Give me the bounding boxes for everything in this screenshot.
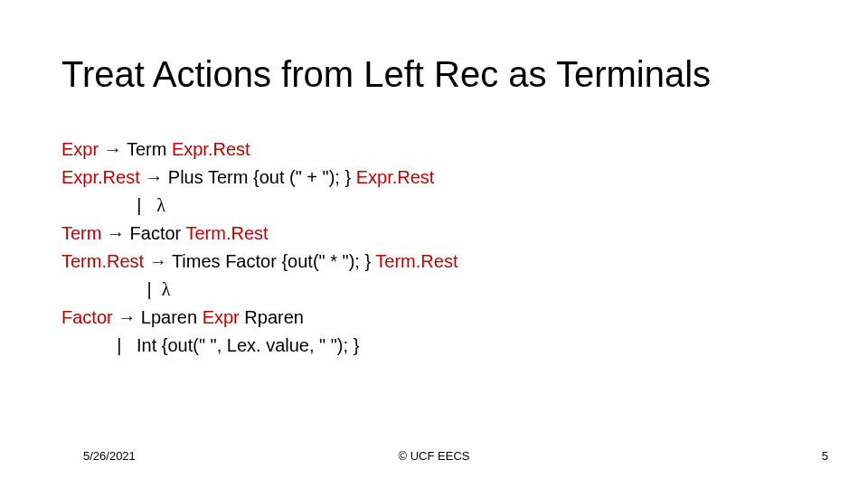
grammar-line-6: | λ (61, 276, 458, 304)
terminal: Int (137, 335, 156, 355)
nonterminal: Term (61, 223, 101, 243)
indent (61, 195, 137, 215)
terminal: Term (208, 167, 248, 187)
terminal: Factor (130, 223, 182, 243)
slide-title: Treat Actions from Left Rec as Terminals (61, 54, 711, 95)
indent (61, 279, 146, 299)
gap (121, 335, 137, 355)
arrow-icon: → (145, 167, 163, 187)
footer-page-number: 5 (822, 449, 828, 463)
grammar-line-7: Factor → Lparen Expr Rparen (61, 304, 458, 332)
terminal: Lparen (141, 307, 197, 327)
nonterminal: Expr.Rest (172, 139, 250, 159)
nonterminal: Expr (61, 139, 99, 159)
terminal: Times (172, 251, 221, 271)
footer-copyright: © UCF EECS (0, 449, 868, 463)
semantic-action: {out(" ", Lex. value, " "); } (162, 335, 360, 355)
semantic-action: {out (" + "); } (253, 167, 351, 187)
nonterminal: Expr.Rest (356, 167, 435, 187)
gap (152, 279, 162, 299)
arrow-icon: → (104, 139, 122, 159)
terminal: Factor (225, 251, 277, 271)
lambda-icon: λ (162, 279, 171, 299)
nonterminal: Term.Rest (185, 223, 268, 243)
arrow-icon: → (118, 307, 136, 327)
arrow-icon: → (107, 223, 125, 243)
lambda-icon: λ (156, 195, 165, 215)
nonterminal: Term.Rest (375, 251, 458, 271)
nonterminal: Expr (203, 307, 240, 327)
nonterminal: Expr.Rest (61, 167, 140, 187)
grammar-line-8: | Int {out(" ", Lex. value, " "); } (61, 332, 458, 360)
semantic-action: {out(" * "); } (281, 251, 371, 271)
indent (61, 335, 117, 355)
slide: Treat Actions from Left Rec as Terminals… (0, 0, 868, 488)
arrow-icon: → (149, 251, 167, 271)
nonterminal: Factor (61, 307, 113, 327)
grammar-line-2: Expr.Rest → Plus Term {out (" + "); } Ex… (61, 164, 458, 192)
grammar-line-1: Expr → Term Expr.Rest (61, 136, 458, 164)
terminal: Plus (168, 167, 203, 187)
nonterminal: Term.Rest (61, 251, 144, 271)
grammar-block: Expr → Term Expr.Rest Expr.Rest → Plus T… (61, 136, 458, 360)
grammar-line-3: | λ (61, 192, 458, 220)
grammar-line-5: Term.Rest → Times Factor {out(" * "); } … (61, 248, 458, 276)
terminal: Rparen (244, 307, 304, 327)
gap (142, 195, 157, 215)
grammar-line-4: Term → Factor Term.Rest (61, 220, 458, 248)
terminal: Term (127, 139, 166, 159)
